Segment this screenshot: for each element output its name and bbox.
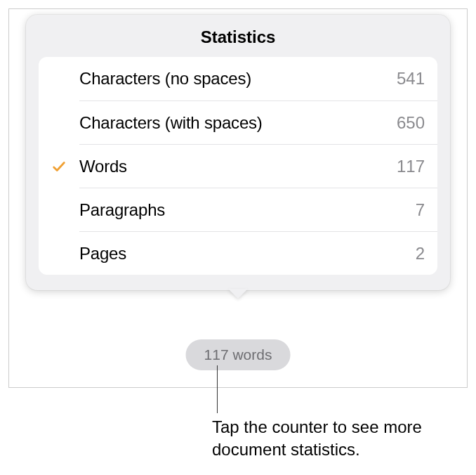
statistics-popover: Statistics Characters (no spaces) 541 Ch… [26,15,450,290]
stat-label: Pages [79,244,416,263]
checkmark-icon [51,159,67,174]
stat-row-pages[interactable]: Pages 2 [79,231,437,275]
callout-text: Tap the counter to see more document sta… [212,416,465,462]
stat-value: 2 [416,244,425,263]
stat-value: 650 [397,113,425,133]
stat-label: Words [79,157,397,176]
stat-row-words[interactable]: Words 117 [79,144,437,188]
stat-label: Characters (no spaces) [79,69,397,89]
screenshot-frame: Statistics Characters (no spaces) 541 Ch… [8,8,468,388]
popover-pointer [228,289,248,299]
stat-row-characters-no-spaces[interactable]: Characters (no spaces) 541 [39,57,437,100]
stat-label: Paragraphs [79,200,416,220]
stat-row-paragraphs[interactable]: Paragraphs 7 [79,188,437,231]
popover-title: Statistics [26,15,450,57]
statistics-list: Characters (no spaces) 541 Characters (w… [39,57,437,275]
word-count-counter[interactable]: 117 words [186,339,291,370]
stat-label: Characters (with spaces) [79,113,397,133]
stat-value: 117 [397,157,425,176]
stat-value: 7 [416,200,425,220]
callout-line [217,365,218,413]
stat-row-characters-with-spaces[interactable]: Characters (with spaces) 650 [79,100,437,144]
stat-value: 541 [397,69,425,89]
check-column [39,159,79,174]
